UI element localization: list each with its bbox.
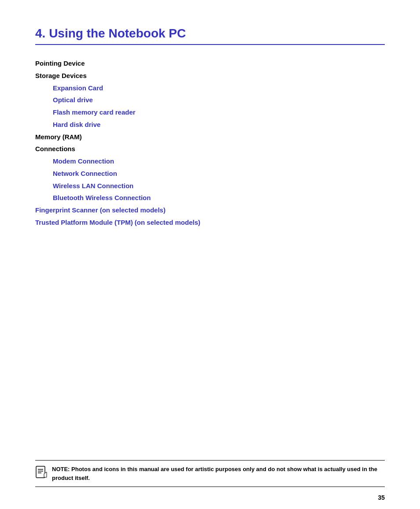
toc-item[interactable]: Bluetooth Wireless Connection [35,192,385,204]
toc-item[interactable]: Storage Devices [35,70,385,82]
svg-rect-0 [36,466,45,478]
svg-marker-4 [44,472,47,477]
note-icon [35,466,48,478]
page-container: 4. Using the Notebook PC Pointing Device… [0,0,420,509]
toc-item[interactable]: Expansion Card [35,82,385,94]
note-text: NOTE: Photos and icons in this manual ar… [52,465,385,482]
toc-item[interactable]: Flash memory card reader [35,106,385,119]
toc-item[interactable]: Modem Connection [35,155,385,167]
toc-list: Pointing DeviceStorage DevicesExpansion … [35,57,385,229]
toc-item[interactable]: Connections [35,143,385,155]
toc-item[interactable]: Network Connection [35,167,385,180]
title-underline [35,44,385,45]
toc-item[interactable]: Wireless LAN Connection [35,180,385,192]
note-section: NOTE: Photos and icons in this manual ar… [35,460,385,487]
page-title: 4. Using the Notebook PC [35,26,385,41]
toc-item[interactable]: Optical drive [35,94,385,106]
toc-item[interactable]: Trusted Platform Module (TPM) (on select… [35,216,385,229]
page-number: 35 [378,494,385,501]
toc-item[interactable]: Fingerprint Scanner (on selected models) [35,204,385,216]
toc-item[interactable]: Memory (RAM) [35,131,385,143]
toc-item[interactable]: Pointing Device [35,57,385,70]
toc-item[interactable]: Hard disk drive [35,119,385,131]
